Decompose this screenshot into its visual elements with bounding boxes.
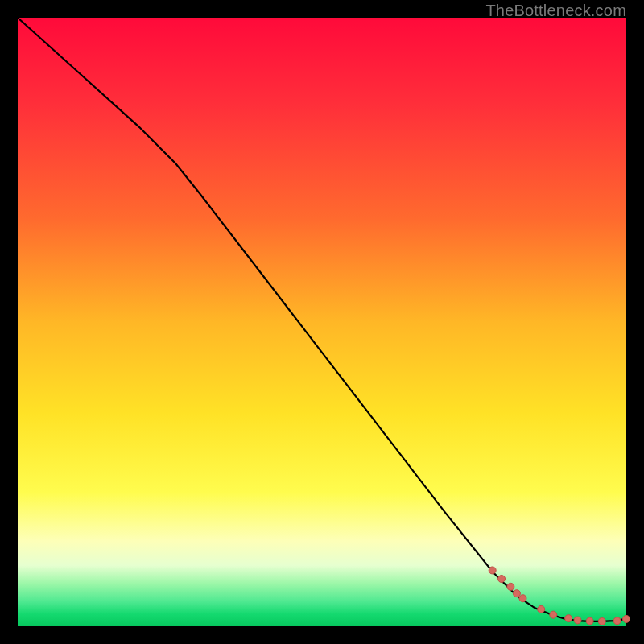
data-point (565, 615, 572, 622)
data-point (538, 605, 545, 613)
data-point (519, 595, 526, 602)
chart-stage: TheBottleneck.com (0, 0, 644, 644)
data-point (513, 590, 520, 597)
data-point (489, 567, 496, 574)
data-point (598, 617, 605, 625)
data-point (574, 617, 581, 624)
data-point (586, 617, 593, 625)
data-point (507, 583, 514, 590)
data-point (550, 611, 557, 618)
data-point (623, 615, 630, 622)
bottleneck-curve (18, 18, 626, 621)
data-point (498, 576, 506, 583)
chart-overlay (18, 18, 626, 626)
data-point (613, 617, 621, 625)
